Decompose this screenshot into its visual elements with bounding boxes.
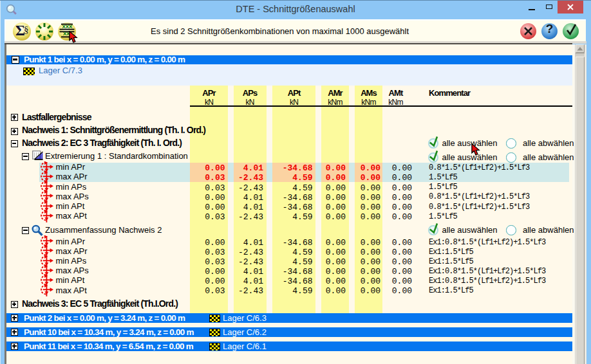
svg-text:×××: ×××: [62, 23, 73, 30]
